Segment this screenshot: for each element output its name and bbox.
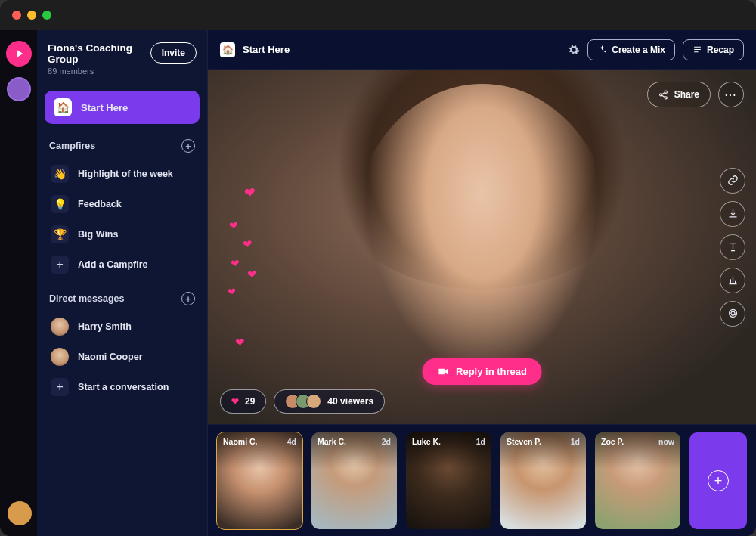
add-campfire-item[interactable]: + Add a Campfire [45, 249, 200, 280]
heart-icon: ❤ [243, 184, 257, 202]
dots-icon: ⋯ [724, 88, 738, 102]
dm-avatar [51, 318, 69, 336]
add-campfire-label: Add a Campfire [78, 259, 147, 270]
reply-card[interactable]: Naomi C.4d [217, 432, 302, 529]
at-icon [727, 308, 739, 319]
recap-label: Recap [707, 45, 734, 55]
campfire-label: Big Wins [78, 229, 118, 240]
campfire-item-big-wins[interactable]: 🏆 Big Wins [45, 219, 200, 249]
recap-icon [692, 45, 702, 54]
group-title: Fiona's Coaching Group [48, 42, 150, 65]
text-tool[interactable] [720, 234, 745, 260]
window-titlebar [0, 0, 756, 30]
chart-bar-icon [727, 274, 739, 286]
dm-heading: Direct messages [49, 293, 124, 304]
viewer-avatars [285, 394, 321, 409]
heart-icon: ❤ [246, 267, 258, 282]
download-icon [727, 208, 739, 219]
reply-strip: Naomi C.4d Mark C.2d Luke K.1d Steven P.… [208, 424, 756, 536]
poll-tool[interactable] [720, 268, 745, 293]
gear-icon [568, 44, 580, 56]
reply-time: 4d [287, 437, 296, 446]
app-window: Fiona's Coaching Group 89 members Invite… [0, 0, 756, 536]
create-mix-label: Create a Mix [612, 45, 665, 55]
plus-icon: + [51, 256, 69, 274]
campfire-item-highlight[interactable]: 👋 Highlight of the week [45, 159, 200, 189]
topbar: 🏠 Start Here Create a Mix Recap [208, 30, 756, 70]
reply-card[interactable]: Luke K.1d [406, 432, 491, 529]
reply-author: Mark C. [318, 437, 346, 446]
settings-button[interactable] [568, 44, 580, 56]
topbar-title: Start Here [243, 44, 290, 55]
dm-heading-row: Direct messages + [45, 284, 200, 311]
start-conversation-item[interactable]: + Start a conversation [45, 372, 200, 402]
start-conversation-label: Start a conversation [78, 382, 169, 392]
reply-card[interactable]: Mark C.2d [311, 432, 397, 529]
user-avatar[interactable] [8, 501, 32, 525]
reply-label: Reply in thread [456, 366, 527, 377]
invite-button[interactable]: Invite [150, 42, 197, 64]
tool-rail [720, 168, 745, 327]
window-fullscreen-button[interactable] [42, 11, 51, 20]
text-icon [727, 241, 739, 253]
heart-icon: ❤ [234, 335, 246, 350]
video-placeholder [351, 84, 614, 396]
add-campfire-icon[interactable]: + [181, 139, 195, 153]
campfire-label: Highlight of the week [78, 169, 173, 179]
reply-author: Steven P. [507, 437, 541, 446]
app-body: Fiona's Coaching Group 89 members Invite… [0, 30, 756, 536]
reply-author: Naomi C. [223, 437, 258, 446]
plus-icon: + [51, 378, 69, 396]
viewers-chip[interactable]: 40 viewers [274, 389, 385, 414]
app-logo-icon [12, 47, 26, 60]
add-reply-card[interactable]: + [689, 432, 747, 529]
reply-card[interactable]: Zoe P.now [595, 432, 680, 529]
dm-item-harry[interactable]: Harry Smith [45, 311, 200, 342]
create-mix-button[interactable]: Create a Mix [587, 39, 675, 60]
reply-author: Luke K. [412, 437, 441, 446]
share-icon [658, 90, 668, 100]
share-button[interactable]: Share [647, 82, 711, 107]
video-stage[interactable]: ❤ ❤ ❤ ❤ ❤ ❤ ❤ Share ⋯ [208, 70, 756, 424]
reply-author: Zoe P. [601, 437, 624, 446]
dm-label: Naomi Cooper [78, 352, 142, 362]
campfires-heading-row: Campfires + [45, 132, 200, 159]
main-pane: 🏠 Start Here Create a Mix Recap [208, 30, 756, 536]
workspace-avatar[interactable] [7, 77, 31, 101]
video-icon [437, 366, 448, 377]
wave-icon: 👋 [51, 165, 69, 183]
nav-start-here[interactable]: 🏠 Start Here [45, 91, 200, 124]
likes-count: 29 [245, 396, 255, 407]
reply-time: now [658, 437, 674, 446]
trophy-icon: 🏆 [51, 225, 69, 243]
sparkle-icon [597, 45, 607, 54]
app-logo[interactable] [6, 41, 32, 67]
add-dm-icon[interactable]: + [181, 292, 195, 305]
more-button[interactable]: ⋯ [718, 82, 744, 107]
lightbulb-icon: 💡 [51, 195, 69, 213]
reply-in-thread-button[interactable]: Reply in thread [422, 358, 542, 385]
share-label: Share [674, 89, 699, 100]
dm-avatar [51, 348, 69, 366]
link-icon [727, 175, 739, 186]
window-close-button[interactable] [12, 11, 21, 20]
link-tool[interactable] [720, 168, 745, 194]
recap-button[interactable]: Recap [683, 39, 744, 60]
group-member-count: 89 members [48, 67, 150, 76]
download-tool[interactable] [720, 201, 745, 227]
window-minimize-button[interactable] [27, 11, 36, 20]
mention-tool[interactable] [720, 301, 745, 327]
plus-circle-icon: + [708, 470, 729, 491]
dm-item-naomi[interactable]: Naomi Cooper [45, 342, 200, 372]
heart-icon: ❤ [231, 396, 239, 407]
heart-icon: ❤ [230, 256, 240, 270]
nav-start-here-label: Start Here [81, 102, 128, 113]
reply-card[interactable]: Steven P.1d [500, 432, 586, 529]
dm-label: Harry Smith [78, 321, 132, 332]
heart-icon: ❤ [242, 237, 253, 252]
heart-icon: ❤ [228, 218, 239, 232]
campfire-item-feedback[interactable]: 💡 Feedback [45, 189, 200, 219]
campfire-label: Feedback [78, 199, 122, 209]
reply-time: 1d [571, 437, 580, 446]
likes-chip[interactable]: ❤ 29 [220, 389, 266, 414]
